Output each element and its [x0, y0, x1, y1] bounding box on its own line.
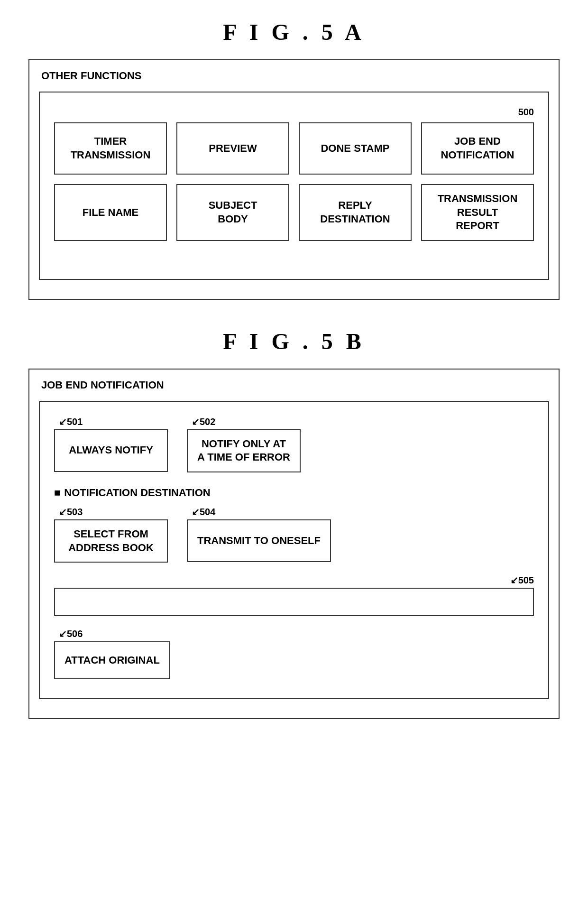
fig5a-row1: TIMERTRANSMISSION PREVIEW DONE STAMP JOB… — [54, 122, 534, 175]
file-name-btn[interactable]: FILE NAME — [54, 184, 167, 241]
section-icon: ■ — [54, 487, 60, 499]
fig5b-outer-box: JOB END NOTIFICATION ↙501 ALWAYS NOTIFY … — [28, 369, 560, 719]
fig5a-outer-box: OTHER FUNCTIONS 500 TIMERTRANSMISSION PR… — [28, 59, 560, 300]
notify-only-error-ref: ↙502 — [187, 416, 215, 427]
transmission-result-report-btn[interactable]: TRANSMISSIONRESULTREPORT — [421, 184, 534, 241]
notification-destination-label: ■ NOTIFICATION DESTINATION — [54, 487, 534, 499]
reply-destination-btn[interactable]: REPLYDESTINATION — [299, 184, 412, 241]
select-address-book-wrapper: ↙503 SELECT FROMADDRESS BOOK — [54, 506, 168, 563]
fig5a-row2: FILE NAME SUBJECTBODY REPLYDESTINATION T… — [54, 184, 534, 241]
fig5a-outer-label: OTHER FUNCTIONS — [39, 70, 549, 82]
fig5a-ref-number: 500 — [518, 107, 534, 118]
fig5a-inner-box: 500 TIMERTRANSMISSION PREVIEW DONE STAMP… — [39, 92, 549, 280]
timer-transmission-btn[interactable]: TIMERTRANSMISSION — [54, 122, 167, 175]
job-end-notification-btn[interactable]: JOB ENDNOTIFICATION — [421, 122, 534, 175]
destination-input-box[interactable] — [54, 588, 534, 616]
transmit-oneself-btn[interactable]: TRANSMIT TO ONESELF — [187, 519, 331, 562]
subject-body-btn[interactable]: SUBJECTBODY — [176, 184, 289, 241]
notify-buttons-row: ↙501 ALWAYS NOTIFY ↙502 NOTIFY ONLY ATA … — [54, 416, 534, 472]
input-ref-505: ↙505 — [510, 574, 534, 586]
done-stamp-btn[interactable]: DONE STAMP — [299, 122, 412, 175]
select-address-book-ref: ↙503 — [54, 506, 83, 518]
dest-buttons-row: ↙503 SELECT FROMADDRESS BOOK ↙504 TRANSM… — [54, 506, 534, 563]
attach-original-wrapper: ↙506 ATTACH ORIGINAL — [54, 628, 534, 679]
fig5b-outer-label: JOB END NOTIFICATION — [39, 379, 549, 391]
fig5b-inner-box: ↙501 ALWAYS NOTIFY ↙502 NOTIFY ONLY ATA … — [39, 401, 549, 699]
attach-original-btn[interactable]: ATTACH ORIGINAL — [54, 641, 170, 679]
notify-only-error-btn[interactable]: NOTIFY ONLY ATA TIME OF ERROR — [187, 429, 301, 472]
notify-only-error-wrapper: ↙502 NOTIFY ONLY ATA TIME OF ERROR — [187, 416, 301, 472]
select-address-book-btn[interactable]: SELECT FROMADDRESS BOOK — [54, 519, 168, 563]
transmit-oneself-wrapper: ↙504 TRANSMIT TO ONESELF — [187, 506, 331, 562]
always-notify-btn[interactable]: ALWAYS NOTIFY — [54, 429, 168, 472]
preview-btn[interactable]: PREVIEW — [176, 122, 289, 175]
transmit-oneself-ref: ↙504 — [187, 506, 215, 518]
always-notify-ref: ↙501 — [54, 416, 83, 427]
fig5a-title: F I G . 5 A — [223, 19, 365, 45]
attach-original-ref: ↙506 — [54, 628, 83, 639]
fig5b-title: F I G . 5 B — [223, 328, 365, 354]
always-notify-wrapper: ↙501 ALWAYS NOTIFY — [54, 416, 168, 472]
